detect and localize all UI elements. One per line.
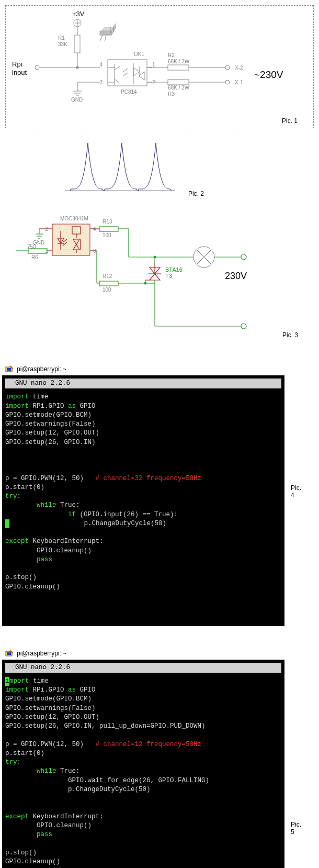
svg-rect-72: [99, 227, 118, 231]
pic4-caption: Pic. 4: [291, 484, 301, 499]
terminal-title-text: pi@raspberrypi: ~: [17, 650, 66, 657]
rpi-line2: input: [12, 69, 27, 76]
rpi-line1: Rpi: [12, 60, 22, 68]
putty-icon: [5, 365, 14, 373]
svg-text:4: 4: [99, 62, 102, 68]
terminal-titlebar: pi@raspberrypi: ~: [2, 364, 284, 375]
svg-line-36: [105, 35, 106, 41]
r12-val: 100: [102, 287, 111, 293]
svg-line-25: [123, 73, 128, 76]
terminal-title-text: pi@raspberrypi: ~: [17, 365, 66, 373]
svg-rect-42: [168, 80, 189, 85]
svg-point-46: [225, 80, 230, 84]
terminal-body-2[interactable]: GNU nano 2.2.6 import time import RPi.GP…: [2, 660, 284, 869]
terminal-window-1: pi@raspberrypi: ~ GNU nano 2.2.6 import …: [2, 364, 284, 626]
mains-230v-label: ~230V: [254, 69, 283, 80]
triac-t3: T3: [165, 273, 172, 279]
zero-cross-detector-schematic: +3V R1 33K Rpi input GND OK1: [5, 5, 314, 128]
pic1-caption: Pic. 1: [282, 117, 298, 125]
svg-text:1: 1: [152, 62, 155, 68]
r2-val: 68K / 2W: [168, 59, 190, 64]
svg-rect-103: [7, 652, 11, 655]
svg-marker-27: [133, 68, 140, 76]
mains-230v-label-3: 230V: [225, 271, 247, 281]
svg-marker-34: [100, 31, 111, 35]
nano-header: GNU nano 2.2.6: [5, 379, 281, 388]
moc-label: MOC3041M: [60, 216, 88, 221]
r2-ref: R2: [168, 52, 175, 58]
svg-rect-47: [52, 224, 90, 255]
schematic-1-svg: +3V R1 33K Rpi input GND OK1: [11, 10, 304, 112]
cursor-icon: [5, 519, 9, 528]
svg-point-97: [241, 324, 246, 329]
terminal-body-1[interactable]: GNU nano 2.2.6 import time import RPi.GP…: [2, 375, 284, 626]
r3-line2: R3: [168, 91, 175, 97]
triac-driver-schematic: MOC3041M 2 1 4 6 GND: [10, 211, 303, 347]
svg-rect-41: [168, 65, 189, 70]
r13-ref: R13: [102, 219, 112, 225]
supply-3v-label: +3V: [72, 10, 85, 18]
svg-text:3: 3: [99, 80, 102, 85]
pic2-caption: Pic. 2: [188, 190, 204, 197]
svg-point-45: [225, 65, 230, 70]
terminal-titlebar: pi@raspberrypi: ~: [2, 648, 284, 660]
svg-rect-83: [99, 281, 118, 286]
svg-point-7: [35, 65, 39, 70]
nano-header: GNU nano 2.2.6: [5, 663, 281, 673]
svg-point-94: [154, 256, 156, 259]
optocoupler-3d-icon: [100, 24, 116, 41]
r1-val: 33K: [58, 41, 67, 47]
r6-ref: R6: [31, 254, 38, 260]
r3-line1: 68K / 2W: [168, 85, 190, 91]
r13-val: 100: [102, 232, 111, 238]
svg-rect-4: [75, 35, 80, 53]
r1-ref: R1: [58, 35, 65, 41]
triac-ref: BTA16: [165, 266, 183, 273]
pc814-label: PC814: [121, 89, 137, 95]
ok1-label: OK1: [134, 51, 144, 57]
svg-marker-89: [150, 274, 160, 280]
svg-line-24: [123, 69, 128, 72]
cursor-icon: i: [5, 677, 9, 686]
terminal-window-2: pi@raspberrypi: ~ GNU nano 2.2.6 import …: [2, 648, 284, 869]
svg-line-22: [115, 66, 120, 70]
svg-rect-100: [7, 368, 11, 371]
r12-ref: R12: [102, 273, 112, 279]
svg-point-80: [241, 254, 246, 260]
zero-cross-waveform: [63, 138, 178, 201]
putty-icon: [5, 649, 14, 658]
figure-2: Pic. 2: [0, 138, 319, 211]
pic5-caption: Pic. 5: [291, 821, 301, 836]
figure-3: MOC3041M 2 1 4 6 GND: [0, 211, 319, 358]
x2-label: X-2: [235, 65, 243, 71]
x1-label: X-1: [235, 80, 243, 85]
pic3-caption: Pic. 3: [282, 331, 298, 339]
gnd-label-1: GND: [71, 97, 83, 103]
svg-line-35: [100, 35, 102, 41]
svg-line-23: [115, 79, 120, 83]
figure-1: +3V R1 33K Rpi input GND OK1: [0, 5, 319, 128]
